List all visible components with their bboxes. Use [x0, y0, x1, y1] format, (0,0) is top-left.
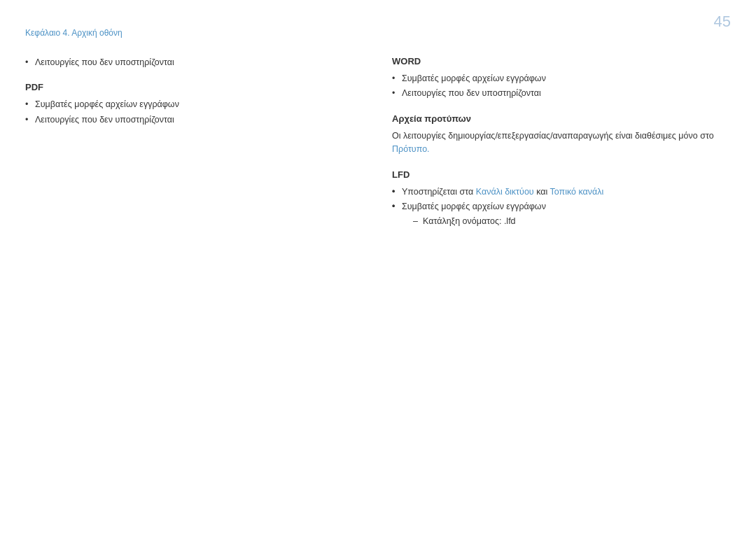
main-content: Λειτουργίες που δεν υποστηρίζονται PDF Σ…: [25, 56, 731, 230]
templates-section-title: Αρχεία προτύπων: [392, 113, 731, 124]
list-item: • Υποστηρίζεται στα Κανάλι δικτύου και Τ…: [392, 185, 731, 199]
page-number: 45: [714, 13, 731, 31]
list-item: Λειτουργίες που δεν υποστηρίζονται: [25, 56, 364, 69]
list-item: Συμβατές μορφές αρχείων εγγράφων: [25, 98, 364, 111]
templates-text: Οι λειτουργίες δημιουργίας/επεξεργασίας/…: [392, 129, 731, 157]
pdf-section-list: Συμβατές μορφές αρχείων εγγράφων Λειτουρ…: [25, 98, 364, 127]
network-channel-link[interactable]: Κανάλι δικτύου: [476, 187, 534, 197]
list-item: Λειτουργίες που δεν υποστηρίζονται: [392, 87, 731, 100]
list-item: Κατάληξη ονόματος: .lfd: [413, 215, 731, 228]
left-column: Λειτουργίες που δεν υποστηρίζονται PDF Σ…: [25, 56, 364, 230]
word-section-list: Συμβατές μορφές αρχείων εγγράφων Λειτουρ…: [392, 72, 731, 101]
breadcrumb: Κεφάλαιο 4. Αρχική οθόνη: [25, 28, 122, 38]
list-item: • Συμβατές μορφές αρχείων εγγράφων Κατάλ…: [392, 200, 731, 229]
list-item: Συμβατές μορφές αρχείων εγγράφων: [392, 72, 731, 85]
top-section-list: Λειτουργίες που δεν υποστηρίζονται: [25, 56, 364, 69]
lfd-section-list: • Υποστηρίζεται στα Κανάλι δικτύου και Τ…: [392, 185, 731, 229]
list-item: Λειτουργίες που δεν υποστηρίζονται: [25, 113, 364, 127]
pdf-section-title: PDF: [25, 82, 364, 92]
right-column: WORD Συμβατές μορφές αρχείων εγγράφων Λε…: [392, 56, 731, 230]
prototype-link[interactable]: Πρότυπο.: [392, 144, 430, 154]
word-section-title: WORD: [392, 56, 731, 66]
local-channel-link[interactable]: Τοπικό κανάλι: [550, 187, 604, 197]
lfd-section-title: LFD: [392, 169, 731, 180]
